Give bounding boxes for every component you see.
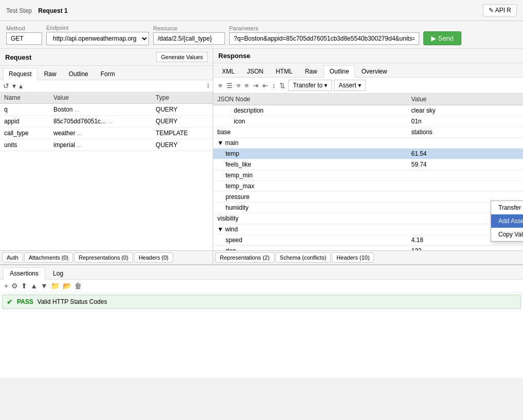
json-row[interactable]: icon 01n <box>213 116 523 127</box>
align-center-icon[interactable]: ☰ <box>226 81 234 90</box>
endpoint-select[interactable]: http://api.openweathermap.org <box>46 32 149 45</box>
method-label: Method <box>6 25 42 31</box>
context-transfer-to[interactable]: Transfer to... ▶ <box>491 201 523 214</box>
rbtab-headers[interactable]: Headers (10) <box>332 252 374 263</box>
json-row[interactable]: speed 4.18 <box>213 235 523 246</box>
resource-group: Resource <box>153 25 225 45</box>
request-panel-header: Request Generate Values <box>0 49 213 66</box>
json-row[interactable]: feels_like 59.74 <box>213 159 523 170</box>
request-table: Name Value Type q Boston ... QUERY appid… <box>0 92 213 250</box>
tab-json[interactable]: JSON <box>241 65 269 77</box>
response-bottom-tabs: Representations (2) Schema (conflicts) H… <box>213 250 523 264</box>
json-node-value: 01n <box>407 116 523 127</box>
endpoint-label: Endpoint <box>46 25 149 31</box>
assertions-panel: Assertions Log + ⚙ ⬆ ▲ ▼ 📁 📂 🗑 ✔ PASS Va… <box>0 265 523 378</box>
btab-representations[interactable]: Representations (0) <box>74 252 133 263</box>
json-tree: JSON Node Value description clear sky ic… <box>213 94 523 250</box>
align-justify-icon[interactable]: ≡ <box>244 81 250 90</box>
tab-overview[interactable]: Overview <box>356 65 393 77</box>
delete-icon[interactable]: 🗑 <box>74 282 82 290</box>
folder-icon[interactable]: 📁 <box>51 282 60 290</box>
json-node-name: feels_like <box>213 159 407 170</box>
move-up-icon[interactable]: ▲ <box>30 282 38 290</box>
atab-assertions[interactable]: Assertions <box>3 267 45 280</box>
sort-icon[interactable]: ↕ <box>271 81 277 90</box>
json-node-name: humidity <box>213 203 407 213</box>
move-down-icon[interactable]: ▼ <box>41 282 48 290</box>
json-node-value: 61.54 <box>407 149 523 159</box>
response-tabs: XML JSON HTML Raw Outline Overview <box>213 63 523 78</box>
json-node-name: speed <box>213 235 407 246</box>
json-node-value <box>407 170 523 181</box>
add-assertion-icon[interactable]: + <box>4 282 8 290</box>
tab-outline-request[interactable]: Outline <box>63 68 94 80</box>
json-row[interactable]: temp 61.54 <box>213 149 523 159</box>
context-menu: Transfer to... ▶ Add Assertion... ▶ Copy… <box>491 200 523 242</box>
request-table-row[interactable]: units imperial ... QUERY <box>0 139 213 151</box>
context-copy-value[interactable]: Copy Value Ctrl-C <box>491 228 523 241</box>
param-value: Boston ... <box>49 104 152 116</box>
json-row[interactable]: base stations <box>213 127 523 138</box>
param-type: QUERY <box>152 104 213 116</box>
btab-attachments[interactable]: Attachments (0) <box>24 252 73 263</box>
method-input[interactable] <box>6 32 42 45</box>
align-left-icon[interactable]: ≡ <box>217 81 223 90</box>
params-input[interactable] <box>229 32 419 45</box>
tab-raw-request[interactable]: Raw <box>39 68 62 80</box>
request-table-row[interactable]: call_type weather ... TEMPLATE <box>0 127 213 139</box>
tab-outline[interactable]: Outline <box>324 65 354 78</box>
transfer-to-button[interactable]: Transfer to ▾ <box>288 80 332 91</box>
btab-headers[interactable]: Headers (0) <box>134 252 173 263</box>
json-row[interactable]: humidity <box>213 203 523 213</box>
request-table-row[interactable]: q Boston ... QUERY <box>0 104 213 116</box>
json-row[interactable]: deg 133 <box>213 246 523 251</box>
request-table-row[interactable]: appid 85c705dd76051c... ... QUERY <box>0 116 213 127</box>
json-row[interactable]: temp_min <box>213 170 523 181</box>
params-label: Parameters <box>229 25 419 31</box>
assertions-tabs: Assertions Log <box>0 265 523 280</box>
resource-input[interactable] <box>153 32 225 45</box>
atab-log[interactable]: Log <box>46 267 70 279</box>
request-title: Request <box>5 53 31 61</box>
param-value: 85c705dd76051c... ... <box>49 116 152 127</box>
param-name: call_type <box>0 127 49 139</box>
api-button[interactable]: ✎ API R <box>483 4 517 16</box>
outdent-icon[interactable]: ⇤ <box>262 81 269 90</box>
export-icon[interactable]: ⬆ <box>21 282 27 290</box>
json-row[interactable]: pressure <box>213 192 523 203</box>
generate-values-button[interactable]: Generate Values <box>156 52 208 62</box>
tab-raw-response[interactable]: Raw <box>299 65 323 77</box>
json-row[interactable]: temp_max <box>213 181 523 192</box>
tab-request[interactable]: Request <box>3 68 38 80</box>
format-icon[interactable]: ⇅ <box>278 81 286 90</box>
json-row[interactable]: ▼ wind <box>213 224 523 235</box>
json-row[interactable]: visibility <box>213 213 523 224</box>
rbtab-representations[interactable]: Representations (2) <box>215 252 274 263</box>
info-icon[interactable]: ℹ <box>207 82 210 89</box>
align-right-icon[interactable]: ≡ <box>236 81 242 90</box>
settings-icon[interactable]: ⚙ <box>11 282 18 290</box>
refresh-icon[interactable]: ↺ <box>3 82 9 90</box>
indent-icon[interactable]: ⇥ <box>252 81 259 90</box>
request-toolbar: ↺ ▾ ▴ ℹ <box>0 80 213 92</box>
json-node-value <box>407 181 523 192</box>
param-type: QUERY <box>152 116 213 127</box>
json-node-name: temp <box>213 149 407 159</box>
col-value: Value <box>49 92 152 104</box>
tab-xml[interactable]: XML <box>216 65 240 77</box>
json-row[interactable]: ▼ main <box>213 138 523 149</box>
folder-open-icon[interactable]: 📂 <box>63 282 71 290</box>
btab-auth[interactable]: Auth <box>2 252 23 263</box>
json-node-value: 59.74 <box>407 159 523 170</box>
rbtab-schema[interactable]: Schema (conflicts) <box>275 252 331 263</box>
json-node-name: temp_max <box>213 181 407 192</box>
tab-form-request[interactable]: Form <box>95 68 121 80</box>
up-arrow-icon[interactable]: ▴ <box>19 82 23 90</box>
json-row[interactable]: description clear sky <box>213 105 523 116</box>
tab-html[interactable]: HTML <box>270 65 298 77</box>
json-node-name: temp_min <box>213 170 407 181</box>
send-button[interactable]: ▶ Send <box>423 31 461 45</box>
context-add-assertion[interactable]: Add Assertion... ▶ <box>491 214 523 228</box>
down-arrow-icon[interactable]: ▾ <box>12 82 16 90</box>
assert-button[interactable]: Assert ▾ <box>334 80 365 91</box>
